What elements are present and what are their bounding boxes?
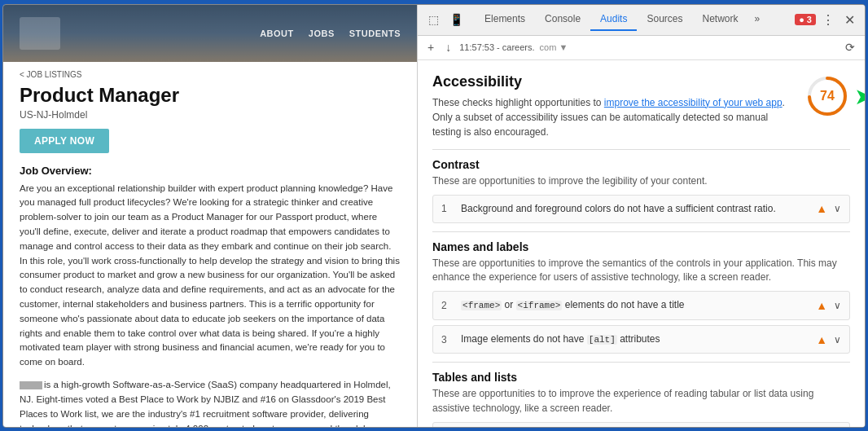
- inspect-element-icon[interactable]: ⬚: [424, 11, 442, 29]
- names-labels-desc: These are opportunities to improve the s…: [432, 257, 850, 285]
- audit-text-1: Background and foreground colors do not …: [461, 202, 809, 216]
- devtools-panel: ⬚ 📱 Elements Console Audits Sources Netw…: [418, 5, 865, 427]
- names-labels-section: Names and labels These are opportunities…: [432, 240, 850, 354]
- screen-wrapper: ABOUT JOBS STUDENTS < JOB LISTINGS Produ…: [2, 4, 866, 428]
- tab-audits[interactable]: Audits: [590, 8, 637, 31]
- audit-item-4: 4 Lists do not contain only <li> element…: [432, 422, 850, 426]
- job-panel: ABOUT JOBS STUDENTS < JOB LISTINGS Produ…: [3, 5, 418, 427]
- job-hero: ABOUT JOBS STUDENTS: [3, 5, 417, 62]
- devtools-addressbar: + ↓ 11:57:53 - careers. com ▼ ⟳: [418, 36, 865, 60]
- audits-description: These checks highlight opportunities to …: [432, 95, 795, 139]
- names-labels-title: Names and labels: [432, 240, 850, 253]
- devtools-close-icon[interactable]: ✕: [840, 11, 858, 29]
- hero-nav: ABOUT JOBS STUDENTS: [260, 29, 401, 38]
- green-arrow-icon: ➤: [854, 82, 865, 109]
- tables-lists-desc: These are opportunities to to improve th…: [432, 387, 850, 416]
- more-tabs-icon[interactable]: »: [748, 8, 767, 31]
- company-description: is a high-growth Software-as-a-Service (…: [20, 378, 401, 426]
- contrast-desc: These are opportunities to improve the l…: [432, 174, 850, 188]
- company-logo: [20, 17, 60, 50]
- divider-2: [432, 231, 850, 232]
- add-recording-icon[interactable]: +: [424, 39, 437, 55]
- job-content: < JOB LISTINGS Product Manager US-NJ-Hol…: [3, 62, 417, 427]
- audit-text-2: <frame> or <iframe> elements do not have…: [461, 298, 809, 312]
- tab-elements[interactable]: Elements: [475, 8, 535, 31]
- device-toolbar-icon[interactable]: 📱: [447, 11, 465, 29]
- audit-item-3: 3 Image elements do not have [alt] attri…: [432, 325, 850, 354]
- audit-item-1: 1 Background and foreground colors do no…: [432, 195, 850, 223]
- devtools-toolbar: ⬚ 📱 Elements Console Audits Sources Netw…: [418, 5, 865, 36]
- warning-icon-3: ▲: [816, 333, 827, 346]
- breadcrumb[interactable]: < JOB LISTINGS: [20, 70, 401, 79]
- audits-header: Accessibility These checks highlight opp…: [432, 73, 850, 139]
- chevron-icon-3[interactable]: ∨: [834, 334, 841, 345]
- chevron-icon-1[interactable]: ∨: [834, 203, 841, 214]
- chevron-icon-2[interactable]: ∨: [834, 300, 841, 311]
- devtools-more-options-icon[interactable]: ⋮: [819, 11, 837, 29]
- nav-about[interactable]: ABOUT: [260, 29, 294, 38]
- nav-jobs[interactable]: JOBS: [309, 29, 335, 38]
- divider-1: [432, 149, 850, 150]
- url-display[interactable]: com ▼: [540, 42, 837, 52]
- error-badge: ● 3: [795, 14, 816, 25]
- devtools-right-icons: ● 3 ⋮ ✕: [795, 11, 858, 29]
- warning-icon-1: ▲: [816, 202, 827, 215]
- audit-num-2: 2: [441, 300, 454, 311]
- warning-icon-2: ▲: [816, 299, 827, 312]
- apply-now-button[interactable]: APPLY NOW: [20, 129, 109, 153]
- audit-text-3: Image elements do not have [alt] attribu…: [461, 332, 809, 346]
- audit-num-3: 3: [441, 334, 454, 345]
- audit-item-2: 2 <frame> or <iframe> elements do not ha…: [432, 291, 850, 319]
- contrast-title: Contrast: [432, 158, 850, 171]
- redacted-company-name: [20, 381, 42, 389]
- devtools-tabs: Elements Console Audits Sources Network …: [475, 8, 791, 31]
- devtools-action-icons: ⬚ 📱: [424, 11, 465, 29]
- overview-heading: Job Overview:: [20, 165, 401, 177]
- audits-title: Accessibility: [432, 73, 795, 90]
- job-title: Product Manager: [20, 84, 401, 107]
- job-description: Are you an exceptional relationship buil…: [20, 182, 401, 371]
- audits-content: Accessibility These checks highlight opp…: [418, 60, 865, 427]
- job-location: US-NJ-Holmdel: [20, 109, 401, 121]
- score-circle: 74: [804, 73, 850, 119]
- tab-network[interactable]: Network: [692, 8, 747, 31]
- nav-students[interactable]: STUDENTS: [349, 29, 401, 38]
- timestamp-label: 11:57:53 - careers.: [459, 42, 534, 52]
- tables-lists-title: Tables and lists: [432, 371, 850, 384]
- tab-console[interactable]: Console: [535, 8, 590, 31]
- download-icon[interactable]: ↓: [442, 39, 454, 55]
- divider-3: [432, 362, 850, 363]
- tables-lists-section: Tables and lists These are opportunities…: [432, 371, 850, 426]
- tab-sources[interactable]: Sources: [637, 8, 692, 31]
- contrast-section: Contrast These are opportunities to impr…: [432, 158, 850, 223]
- score-container: 74 ➤: [795, 73, 850, 119]
- audits-title-section: Accessibility These checks highlight opp…: [432, 73, 795, 139]
- score-number: 74: [820, 89, 835, 103]
- accessibility-link[interactable]: improve the accessibility of your web ap…: [604, 97, 783, 108]
- audit-num-1: 1: [441, 203, 454, 214]
- reload-icon[interactable]: ⟳: [842, 39, 858, 55]
